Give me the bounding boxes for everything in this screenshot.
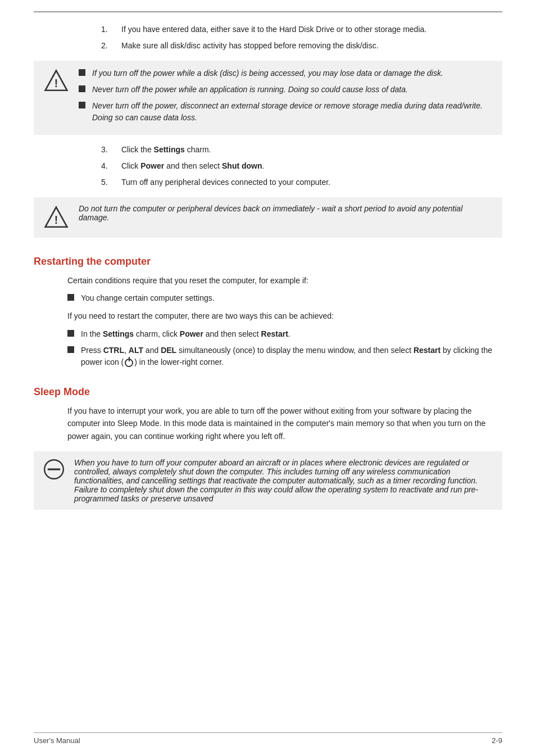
warning-text: If you turn off the power while a disk (… [92,67,443,79]
list-item: Never turn off the power while an applic… [79,84,493,96]
sleep-para: If you have to interrupt your work, you … [67,405,502,442]
bold-settings: Settings [154,145,185,154]
list-number: 5. [101,176,121,188]
warning-content-2: Do not turn the computer or peripheral d… [79,204,493,222]
list-number: 1. [101,24,121,35]
svg-text:!: ! [54,77,58,89]
list-item: 3. Click the Settings charm. [101,144,502,156]
note-text: When you have to turn off your computer … [74,458,478,503]
sleep-heading: Sleep Mode [34,386,502,398]
list-number: 3. [101,144,121,156]
bold-power-2: Power [180,329,203,338]
list-item: If you turn off the power while a disk (… [79,67,493,79]
note-circle-icon [43,458,65,481]
restarting-heading: Restarting the computer [34,256,502,268]
restarting-block: Certain conditions require that you rese… [67,274,502,368]
svg-rect-5 [48,468,60,470]
list-number: 4. [101,160,121,172]
note-icon [43,458,65,481]
warning-triangle-icon-2: ! [44,205,69,230]
warning-icon-2: ! [43,204,70,231]
list-item: 2. Make sure all disk/disc activity has … [101,40,502,52]
warning-box-2: ! Do not turn the computer or peripheral… [34,197,502,238]
list-number: 2. [101,40,121,52]
numbered-list-2: 3. Click the Settings charm. 4. Click Po… [101,144,502,188]
warning-text-2: Do not turn the computer or peripheral d… [79,204,462,222]
warning-text: Never turn off the power, disconnect an … [92,100,493,124]
list-item: 4. Click Power and then select Shut down… [101,160,502,172]
warning-bullet-list: If you turn off the power while a disk (… [79,67,493,124]
numbered-list-1: 1. If you have entered data, either save… [101,24,502,52]
bold-restart: Restart [261,329,288,338]
bullet-icon [79,69,85,76]
bullet-icon [79,102,85,108]
warning-content: If you turn off the power while a disk (… [79,67,493,128]
footer-right: 2-9 [492,736,502,745]
warning-text: Never turn off the power while an applic… [92,84,408,96]
footer-left: User's Manual [34,736,80,745]
bullet-text: Press CTRL, ALT and DEL simultaneously (… [81,345,502,368]
bullet-icon [79,85,85,92]
restarting-intro: Certain conditions require that you rese… [67,274,502,287]
bullet-icon [67,330,74,337]
list-text: Make sure all disk/disc activity has sto… [121,40,502,52]
note-box: When you have to turn off your computer … [34,451,502,510]
bullet-text: You change certain computer settings. [81,292,215,304]
bold-alt: ALT [129,346,143,355]
bold-del: DEL [161,346,176,355]
warning-icon: ! [43,67,70,94]
list-item: 1. If you have entered data, either save… [101,24,502,35]
restarting-para2: If you need to restart the computer, the… [67,310,502,322]
bullet-icon [67,294,74,301]
list-text: Turn off any peripheral devices connecte… [121,176,502,188]
list-item: In the Settings charm, click Power and t… [67,328,502,340]
svg-text:!: ! [54,214,58,226]
bold-shutdown: Shut down [222,161,262,170]
page-container: 1. If you have entered data, either save… [0,0,536,756]
list-text: Click the Settings charm. [121,144,502,156]
list-item: Never turn off the power, disconnect an … [79,100,493,124]
list-item: Press CTRL, ALT and DEL simultaneously (… [67,345,502,368]
warning-triangle-icon: ! [44,69,69,93]
bold-ctrl: CTRL [103,346,124,355]
restarting-bullets-1: You change certain computer settings. [67,292,502,304]
sleep-block: If you have to interrupt your work, you … [67,405,502,442]
bold-power: Power [140,161,164,170]
sleep-section: Sleep Mode If you have to interrupt your… [34,386,502,510]
bullet-text: In the Settings charm, click Power and t… [81,328,290,340]
top-border [34,11,502,12]
list-item: 5. Turn off any peripheral devices conne… [101,176,502,188]
bold-restart-2: Restart [414,346,440,355]
power-icon-inline [125,359,133,367]
page-footer: User's Manual 2-9 [34,732,502,745]
restarting-section: Restarting the computer Certain conditio… [34,256,502,368]
bold-settings-2: Settings [103,329,134,338]
note-content: When you have to turn off your computer … [74,458,493,503]
restarting-bullets-2: In the Settings charm, click Power and t… [67,328,502,368]
list-text: Click Power and then select Shut down. [121,160,502,172]
warning-box-1: ! If you turn off the power while a disk… [34,61,502,135]
bullet-icon [67,346,74,353]
list-text: If you have entered data, either save it… [121,24,502,35]
list-item: You change certain computer settings. [67,292,502,304]
